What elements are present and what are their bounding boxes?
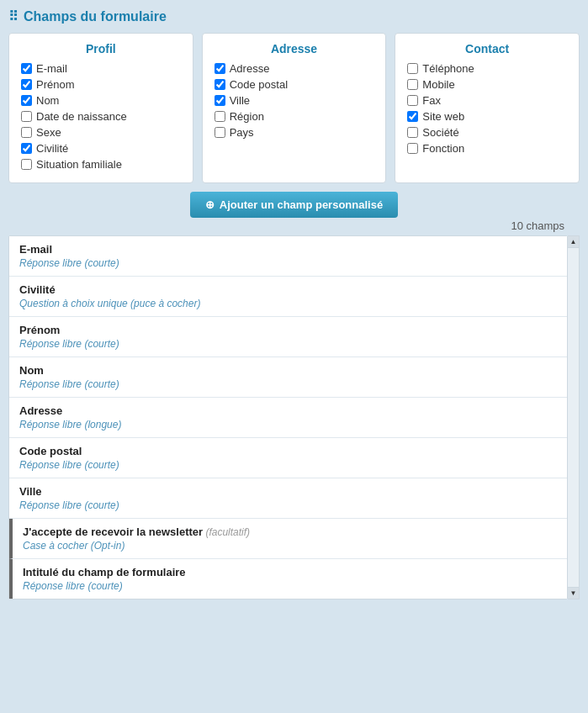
field-label[interactable]: Prénom: [36, 78, 75, 91]
field-checkbox-téléphone[interactable]: [407, 63, 418, 74]
field-checkbox-adresse[interactable]: [215, 63, 225, 74]
form-field-type: Réponse libre (courte): [19, 257, 557, 269]
scrollbar-track: [568, 248, 579, 587]
field-label[interactable]: Site web: [422, 110, 464, 123]
checkbox-card-adresse: AdresseAdresseCode postalVilleRégionPays: [202, 33, 387, 183]
card-title-profil: Profil: [21, 42, 181, 55]
field-label[interactable]: Adresse: [230, 62, 270, 75]
field-label[interactable]: Nom: [36, 94, 59, 107]
field-checkbox-sexe[interactable]: [21, 127, 32, 138]
field-checkbox-e-mail[interactable]: [21, 63, 32, 74]
field-checkbox-code-postal[interactable]: [215, 79, 225, 90]
checkbox-item: Site web: [407, 110, 567, 123]
field-checkbox-situation-familiale[interactable]: [21, 159, 32, 170]
scrollbar-up-button[interactable]: ▲: [568, 236, 579, 248]
field-label[interactable]: Pays: [230, 126, 254, 139]
fields-wrapper: E-mailRéponse libre (courte)CivilitéQues…: [8, 235, 580, 599]
fields-count: 10 champs: [8, 219, 580, 232]
form-field-item: PrénomRéponse libre (courte): [9, 317, 567, 357]
field-label[interactable]: Société: [422, 126, 458, 139]
field-checkbox-site-web[interactable]: [407, 111, 418, 122]
field-checkbox-région[interactable]: [215, 111, 225, 122]
field-label[interactable]: Sexe: [36, 126, 61, 139]
field-label[interactable]: Code postal: [230, 78, 288, 91]
form-field-item: Code postalRéponse libre (courte): [9, 438, 567, 478]
form-field-name: Ville: [19, 485, 557, 498]
field-label[interactable]: Mobile: [422, 78, 454, 91]
fields-list: E-mailRéponse libre (courte)CivilitéQues…: [8, 235, 568, 599]
field-label[interactable]: Téléphone: [422, 62, 474, 75]
checkbox-item: Civilité: [21, 142, 181, 155]
form-field-name: J'accepte de recevoir la newsletter (fac…: [23, 526, 557, 538]
form-field-type: Réponse libre (courte): [23, 580, 557, 592]
field-checkbox-fonction[interactable]: [407, 143, 418, 154]
form-field-type: Question à choix unique (puce à cocher): [19, 298, 557, 309]
checkbox-item: Région: [215, 110, 374, 123]
form-field-item: E-mailRéponse libre (courte): [9, 236, 567, 277]
field-checkbox-nom[interactable]: [21, 95, 32, 106]
form-field-name: Adresse: [19, 404, 557, 417]
add-field-label: Ajouter un champ personnalisé: [220, 198, 383, 211]
form-field-item: CivilitéQuestion à choix unique (puce à …: [9, 277, 567, 317]
field-checkbox-prénom[interactable]: [21, 79, 32, 90]
form-field-item: VilleRéponse libre (courte): [9, 478, 567, 519]
add-field-icon: ⊕: [205, 198, 215, 211]
field-checkbox-date-de-naissance[interactable]: [21, 111, 32, 122]
checkbox-item: Téléphone: [407, 62, 567, 75]
field-label[interactable]: Ville: [230, 94, 250, 107]
checkbox-item: Sexe: [21, 126, 181, 139]
section-title-icon: ⠿: [8, 8, 19, 24]
field-checkbox-ville[interactable]: [215, 95, 225, 106]
form-field-name: Prénom: [19, 324, 557, 336]
field-label[interactable]: Fax: [422, 94, 441, 107]
section-title-text: Champs du formulaire: [24, 9, 167, 24]
add-custom-field-button[interactable]: ⊕ Ajouter un champ personnalisé: [190, 192, 398, 218]
form-field-type: Case à cocher (Opt-in): [23, 540, 557, 552]
field-label[interactable]: Fonction: [422, 142, 464, 155]
form-field-item: AdresseRéponse libre (longue): [9, 398, 567, 438]
field-label[interactable]: Région: [230, 110, 264, 123]
checkbox-item: Code postal: [215, 78, 374, 91]
form-field-type: Réponse libre (courte): [19, 378, 557, 390]
card-title-adresse: Adresse: [215, 42, 374, 55]
checkbox-item: Mobile: [407, 78, 567, 91]
form-field-item: NomRéponse libre (courte): [9, 357, 567, 398]
form-field-type: Réponse libre (courte): [19, 499, 557, 511]
form-field-item: J'accepte de recevoir la newsletter (fac…: [9, 519, 567, 559]
form-field-type: Réponse libre (courte): [19, 338, 557, 350]
form-field-name: E-mail: [19, 243, 557, 256]
scrollbar[interactable]: ▲ ▼: [568, 235, 580, 599]
form-field-item: Intitulé du champ de formulaireRéponse l…: [9, 559, 567, 599]
add-field-row: ⊕ Ajouter un champ personnalisé: [8, 192, 580, 218]
checkbox-item: E-mail: [21, 62, 181, 75]
form-field-name: Nom: [19, 364, 557, 377]
field-checkbox-mobile[interactable]: [407, 79, 418, 90]
form-field-name: Intitulé du champ de formulaire: [23, 566, 557, 578]
field-label[interactable]: Situation familiale: [36, 158, 122, 171]
card-title-contact: Contact: [407, 42, 567, 55]
form-field-type: Réponse libre (courte): [19, 459, 557, 471]
checkbox-item: Pays: [215, 126, 374, 139]
field-checkbox-civilité[interactable]: [21, 143, 32, 154]
page-container: ⠿ Champs du formulaire ProfilE-mailPréno…: [0, 0, 588, 713]
form-field-name: Civilité: [19, 283, 557, 296]
checkbox-item: Adresse: [215, 62, 374, 75]
scrollbar-down-button[interactable]: ▼: [568, 587, 579, 599]
checkbox-item: Société: [407, 126, 567, 139]
checkbox-item: Fonction: [407, 142, 567, 155]
field-label[interactable]: Civilité: [36, 142, 68, 155]
optional-tag: (facultatif): [203, 526, 250, 538]
checkbox-card-profil: ProfilE-mailPrénomNomDate de naissanceSe…: [8, 33, 193, 183]
field-checkbox-société[interactable]: [407, 127, 418, 138]
field-label[interactable]: Date de naissance: [36, 110, 127, 123]
checkbox-card-contact: ContactTéléphoneMobileFaxSite webSociété…: [395, 33, 580, 183]
form-field-type: Réponse libre (longue): [19, 419, 557, 430]
field-checkbox-fax[interactable]: [407, 95, 418, 106]
form-field-name: Code postal: [19, 445, 557, 457]
checkbox-item: Ville: [215, 94, 374, 107]
field-label[interactable]: E-mail: [36, 62, 67, 75]
checkbox-item: Situation familiale: [21, 158, 181, 171]
checkbox-item: Fax: [407, 94, 567, 107]
field-checkbox-pays[interactable]: [215, 127, 225, 138]
checkboxes-row: ProfilE-mailPrénomNomDate de naissanceSe…: [8, 33, 580, 183]
